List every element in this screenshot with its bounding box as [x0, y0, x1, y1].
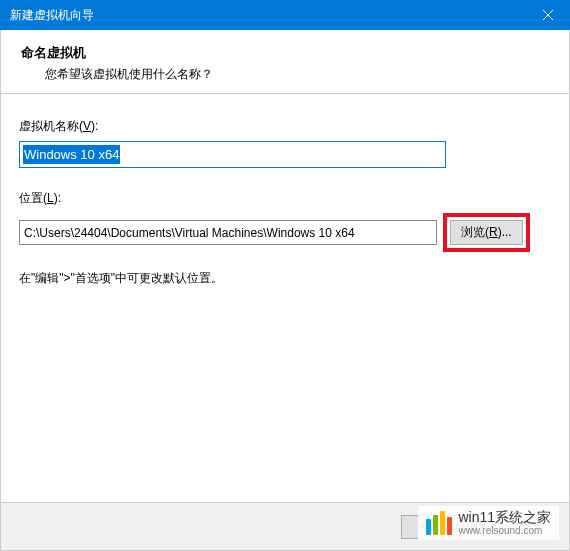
- titlebar: 新建虚拟机向导: [0, 0, 570, 30]
- browse-highlight: 浏览(R)...: [443, 213, 530, 252]
- browse-button[interactable]: 浏览(R)...: [450, 220, 523, 245]
- location-input[interactable]: [19, 220, 437, 245]
- content-area: 虚拟机名称(V): Windows 10 x64 位置(L): 浏览(R)...…: [1, 94, 569, 297]
- dialog-body: 命名虚拟机 您希望该虚拟机使用什么名称？ 虚拟机名称(V): Windows 1…: [0, 30, 570, 551]
- page-title: 命名虚拟机: [21, 44, 549, 62]
- watermark-sub: www.relsound.com: [458, 525, 551, 536]
- location-label: 位置(L):: [19, 190, 551, 207]
- location-row: 浏览(R)...: [19, 213, 551, 252]
- window-title: 新建虚拟机向导: [10, 7, 94, 24]
- watermark-text: win11系统之家 www.relsound.com: [458, 510, 551, 536]
- watermark: win11系统之家 www.relsound.com: [418, 506, 559, 540]
- vm-name-input-wrapper: Windows 10 x64: [19, 141, 446, 168]
- vm-name-input[interactable]: [20, 142, 445, 167]
- header-panel: 命名虚拟机 您希望该虚拟机使用什么名称？: [1, 30, 569, 94]
- watermark-logo: [426, 511, 452, 535]
- watermark-main: win11系统之家: [458, 510, 551, 525]
- page-subtitle: 您希望该虚拟机使用什么名称？: [21, 66, 549, 83]
- location-hint: 在"编辑">"首选项"中可更改默认位置。: [19, 270, 551, 287]
- vm-name-label: 虚拟机名称(V):: [19, 118, 551, 135]
- close-icon: [543, 10, 553, 20]
- close-button[interactable]: [525, 0, 570, 30]
